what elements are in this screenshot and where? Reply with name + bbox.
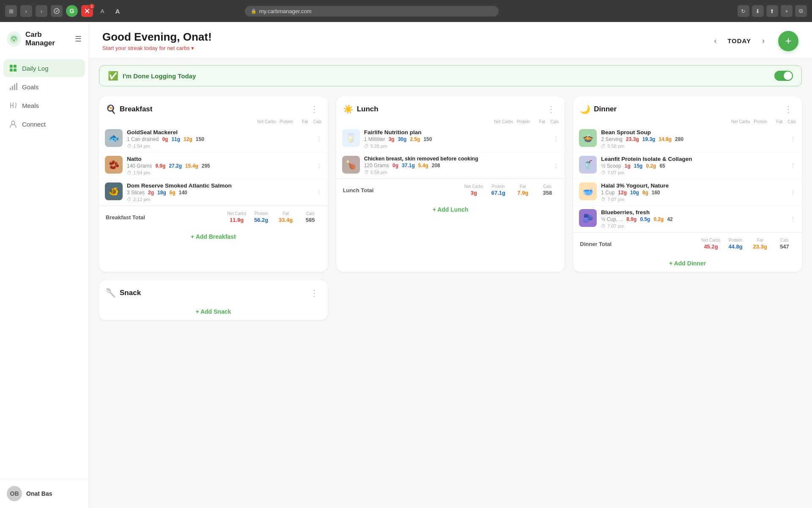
- dinner-item-yogurt: 🥣 Halal 3% Yogourt, Nature 1 Cup 12g 10g…: [573, 179, 802, 206]
- sidebar-item-meals[interactable]: Meals: [3, 97, 85, 114]
- add-lunch-btn[interactable]: + Add Lunch: [336, 201, 565, 218]
- drag-handle-4: ⋮: [553, 135, 559, 142]
- add-snack-btn[interactable]: + Add Snack: [99, 303, 328, 320]
- breakfast-total-cals-group: Cals 585: [300, 211, 321, 223]
- svg-rect-5: [10, 69, 13, 72]
- goals-label: Goals: [22, 83, 38, 91]
- snack-header: 🥄 Snack ⋮: [99, 280, 328, 303]
- breakfast-total-carbs-group: Net Carbs 11.9g: [226, 211, 247, 223]
- leanfit-time: ⏱ 7:07 pm: [601, 170, 796, 175]
- chicken-time: ⏱ 5:58 pm: [364, 170, 559, 175]
- yogurt-name: Halal 3% Yogourt, Nature: [601, 182, 796, 189]
- sidebar-item-goals[interactable]: Goals: [3, 78, 85, 96]
- extension-a2-btn[interactable]: A: [112, 5, 123, 17]
- user-avatar: OB: [7, 486, 22, 501]
- new-tab-btn[interactable]: +: [781, 5, 793, 17]
- yogurt-details: Halal 3% Yogourt, Nature 1 Cup 12g 10g 8…: [601, 182, 796, 202]
- chicken-name: Chicken breast, skin removed before cook…: [364, 156, 559, 162]
- yogurt-fat: 8g: [642, 190, 648, 196]
- drag-handle-7: ⋮: [790, 162, 796, 169]
- net-carbs-link[interactable]: net carbs ▾: [167, 45, 194, 51]
- header-subtitle: Start your streak today for net carbs ▾: [102, 45, 710, 51]
- main-content: Good Evening, Onat! Start your streak to…: [89, 22, 812, 508]
- svg-rect-8: [12, 86, 13, 90]
- leanfit-details: Leanfit Protein Isolate & Collagen ½ Sco…: [601, 156, 796, 175]
- extension-a-btn[interactable]: A: [96, 5, 108, 17]
- dinner-total-protein-label: Protein: [725, 238, 746, 243]
- chicken-details: Chicken breast, skin removed before cook…: [364, 156, 559, 175]
- fairlife-fat: 2.5g: [410, 136, 420, 142]
- dinner-total-cals-group: Cals 547: [774, 238, 795, 250]
- clock-icon-7: ⏱: [601, 170, 606, 175]
- breakfast-header: 🍳 Breakfast ⋮: [99, 97, 328, 119]
- svg-rect-9: [14, 84, 15, 90]
- date-label: TODAY: [727, 37, 751, 44]
- blueberries-cals: 42: [667, 216, 672, 222]
- forward-btn[interactable]: ›: [36, 5, 47, 17]
- lunch-col-protein: Protein: [516, 119, 530, 124]
- sidebar-item-connect[interactable]: Connect: [3, 115, 85, 133]
- clock-icon: ⏱: [127, 144, 132, 149]
- svg-rect-6: [14, 69, 16, 72]
- lunch-title: Lunch: [357, 105, 541, 113]
- address-bar[interactable]: 🔒 my.carbmanager.com: [245, 6, 499, 17]
- beansoup-carbs: 23.3g: [626, 136, 639, 142]
- dinner-total-protein: 44.8g: [725, 243, 746, 250]
- salmon-details: Dom Reserve Smoked Atlantic Salmon 3 Sli…: [127, 182, 322, 202]
- add-entry-fab[interactable]: +: [778, 31, 798, 51]
- share-btn[interactable]: ⬆: [766, 5, 778, 17]
- header-title-group: Good Evening, Onat! Start your streak to…: [102, 30, 710, 51]
- lunch-total-cals-label: Cals: [537, 184, 558, 189]
- prev-date-btn[interactable]: ‹: [710, 35, 720, 47]
- breakfast-menu-btn[interactable]: ⋮: [307, 103, 321, 115]
- blueberries-time: ⏱ 7:07 pm: [601, 224, 796, 229]
- mackerel-protein: 11g: [171, 136, 180, 142]
- fairlife-name: Fairlife Nutrition plan: [364, 129, 559, 135]
- mackerel-carbs: 0g: [162, 136, 168, 142]
- hamburger-menu[interactable]: ☰: [75, 34, 82, 44]
- back-btn[interactable]: ‹: [20, 5, 32, 17]
- sidebar-item-daily-log[interactable]: Daily Log: [3, 59, 85, 77]
- blueberries-image: 🫐: [579, 209, 597, 227]
- lunch-total-cals-group: Cals 358: [537, 184, 558, 196]
- breakfast-total-fat-group: Fat 33.4g: [275, 211, 296, 223]
- sidebar-toggle-btn[interactable]: ⊞: [5, 5, 17, 17]
- leanfit-cals: 65: [659, 163, 665, 169]
- lunch-col-fat: Fat: [533, 119, 545, 124]
- tabs-btn[interactable]: ⧉: [795, 5, 807, 17]
- drag-handle-3: ⋮: [316, 189, 322, 196]
- lunch-menu-btn[interactable]: ⋮: [544, 103, 558, 115]
- yogurt-carbs: 12g: [618, 190, 627, 196]
- svg-point-11: [11, 121, 15, 124]
- breakfast-total: Breakfast Total Net Carbs 11.9g Protein …: [99, 206, 328, 228]
- done-banner-text: I'm Done Logging Today: [123, 72, 770, 80]
- subtitle-prefix: Start your streak today for: [102, 45, 166, 51]
- add-breakfast-btn[interactable]: + Add Breakfast: [99, 228, 328, 245]
- svg-rect-7: [10, 88, 11, 90]
- done-toggle[interactable]: [774, 71, 793, 81]
- lunch-total-label: Lunch Total: [343, 187, 460, 193]
- download-btn[interactable]: ⬇: [752, 5, 764, 17]
- meals-icon: [8, 101, 18, 110]
- reload-btn[interactable]: ↻: [738, 5, 749, 17]
- shield-icon: [51, 5, 63, 17]
- snack-card: 🥄 Snack ⋮ + Add Snack: [99, 280, 328, 320]
- snack-menu-btn[interactable]: ⋮: [307, 287, 321, 299]
- lunch-total-carbs-group: Net Carbs 3g: [463, 184, 484, 196]
- mackerel-name: GoldSeal Mackerel: [127, 129, 322, 135]
- dinner-menu-btn[interactable]: ⋮: [782, 103, 795, 115]
- yogurt-image: 🥣: [579, 182, 597, 200]
- add-dinner-btn[interactable]: + Add Dinner: [573, 255, 802, 272]
- dinner-item-beansoup: 🍲 Bean Sprout Soup 2 Serving 23.3g 19.3g…: [573, 126, 802, 152]
- page-title: Good Evening, Onat!: [102, 30, 710, 44]
- lunch-total-fat-label: Fat: [512, 184, 533, 189]
- extension-badge-icon: 1: [81, 5, 93, 17]
- blueberries-carbs: 8.9g: [626, 216, 636, 222]
- beansoup-details: Bean Sprout Soup 2 Serving 23.3g 19.3g 1…: [601, 129, 796, 149]
- next-date-btn[interactable]: ›: [759, 35, 768, 47]
- breakfast-item-mackerel: 🐟 GoldSeal Mackerel 1 Can drained 0g 11g…: [99, 126, 328, 152]
- leanfit-name: Leanfit Protein Isolate & Collagen: [601, 156, 796, 162]
- sidebar: Carb Manager ☰ Daily Log: [0, 22, 89, 508]
- leanfit-fat: 0.2g: [646, 163, 656, 169]
- daily-log-icon: [8, 64, 18, 73]
